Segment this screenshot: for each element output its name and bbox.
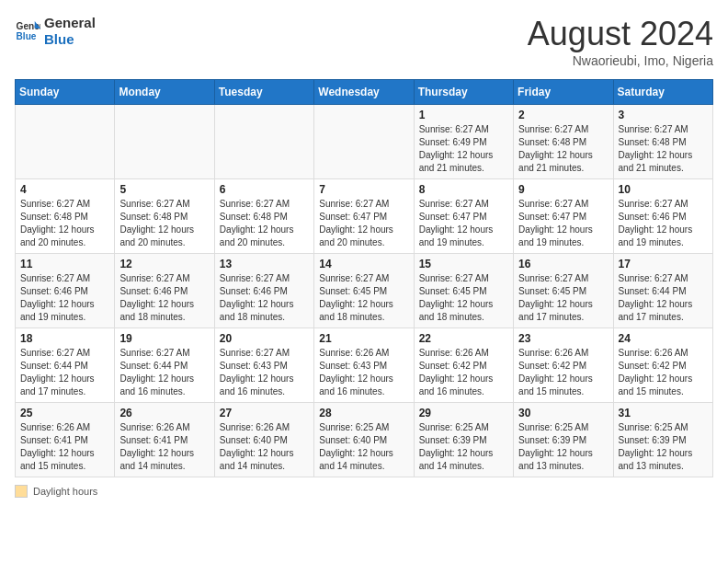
- day-number: 11: [20, 258, 109, 270]
- day-info: Sunrise: 6:27 AM Sunset: 6:45 PM Dayligh…: [419, 272, 508, 324]
- day-number: 22: [419, 332, 508, 345]
- header-cell-monday: Monday: [115, 80, 214, 105]
- day-number: 6: [220, 183, 309, 196]
- day-info: Sunrise: 6:27 AM Sunset: 6:48 PM Dayligh…: [220, 198, 309, 249]
- logo-text: General Blue: [44, 15, 96, 48]
- day-info: Sunrise: 6:27 AM Sunset: 6:44 PM Dayligh…: [619, 272, 708, 324]
- day-number: 17: [619, 258, 708, 270]
- day-info: Sunrise: 6:25 AM Sunset: 6:39 PM Dayligh…: [518, 421, 608, 473]
- footer: Daylight hours: [15, 485, 713, 498]
- day-number: 16: [518, 258, 608, 270]
- day-info: Sunrise: 6:27 AM Sunset: 6:46 PM Dayligh…: [20, 272, 109, 324]
- day-number: 8: [419, 183, 508, 196]
- day-number: 15: [419, 258, 508, 270]
- day-number: 19: [119, 332, 209, 345]
- day-info: Sunrise: 6:27 AM Sunset: 6:45 PM Dayligh…: [518, 272, 608, 324]
- day-info: Sunrise: 6:27 AM Sunset: 6:45 PM Dayligh…: [319, 272, 408, 324]
- day-number: 3: [619, 109, 708, 121]
- day-cell: [115, 105, 214, 179]
- day-cell: 16Sunrise: 6:27 AM Sunset: 6:45 PM Dayli…: [514, 254, 613, 328]
- day-info: Sunrise: 6:27 AM Sunset: 6:48 PM Dayligh…: [619, 123, 708, 175]
- day-info: Sunrise: 6:27 AM Sunset: 6:47 PM Dayligh…: [419, 198, 508, 249]
- day-info: Sunrise: 6:25 AM Sunset: 6:40 PM Dayligh…: [319, 421, 408, 473]
- day-info: Sunrise: 6:27 AM Sunset: 6:48 PM Dayligh…: [20, 198, 109, 249]
- day-cell: 22Sunrise: 6:26 AM Sunset: 6:42 PM Dayli…: [414, 328, 513, 403]
- header-cell-tuesday: Tuesday: [214, 80, 313, 105]
- day-info: Sunrise: 6:25 AM Sunset: 6:39 PM Dayligh…: [419, 421, 508, 473]
- day-number: 26: [119, 407, 209, 419]
- day-info: Sunrise: 6:27 AM Sunset: 6:46 PM Dayligh…: [119, 272, 209, 324]
- day-cell: 23Sunrise: 6:26 AM Sunset: 6:42 PM Dayli…: [514, 328, 613, 403]
- day-info: Sunrise: 6:26 AM Sunset: 6:42 PM Dayligh…: [518, 347, 608, 398]
- day-number: 5: [119, 183, 209, 196]
- svg-text:Blue: Blue: [17, 31, 37, 41]
- day-cell: 8Sunrise: 6:27 AM Sunset: 6:47 PM Daylig…: [414, 179, 513, 254]
- day-info: Sunrise: 6:27 AM Sunset: 6:47 PM Dayligh…: [319, 198, 408, 249]
- day-cell: 5Sunrise: 6:27 AM Sunset: 6:48 PM Daylig…: [115, 179, 214, 254]
- day-cell: 17Sunrise: 6:27 AM Sunset: 6:44 PM Dayli…: [613, 254, 712, 328]
- subtitle: Nwaorieubi, Imo, Nigeria: [528, 53, 713, 68]
- day-cell: 18Sunrise: 6:27 AM Sunset: 6:44 PM Dayli…: [16, 328, 115, 403]
- day-cell: 27Sunrise: 6:26 AM Sunset: 6:40 PM Dayli…: [214, 403, 313, 477]
- day-cell: 31Sunrise: 6:25 AM Sunset: 6:39 PM Dayli…: [613, 403, 712, 477]
- day-cell: 7Sunrise: 6:27 AM Sunset: 6:47 PM Daylig…: [314, 179, 414, 254]
- day-cell: 20Sunrise: 6:27 AM Sunset: 6:43 PM Dayli…: [214, 328, 313, 403]
- main-title: August 2024: [528, 15, 713, 53]
- day-cell: 13Sunrise: 6:27 AM Sunset: 6:46 PM Dayli…: [214, 254, 313, 328]
- calendar-body: 1Sunrise: 6:27 AM Sunset: 6:49 PM Daylig…: [16, 105, 713, 477]
- header-cell-sunday: Sunday: [16, 80, 115, 105]
- day-info: Sunrise: 6:25 AM Sunset: 6:39 PM Dayligh…: [619, 421, 708, 473]
- day-cell: 1Sunrise: 6:27 AM Sunset: 6:49 PM Daylig…: [414, 105, 513, 179]
- day-cell: 19Sunrise: 6:27 AM Sunset: 6:44 PM Dayli…: [115, 328, 214, 403]
- day-info: Sunrise: 6:27 AM Sunset: 6:48 PM Dayligh…: [518, 123, 608, 175]
- day-info: Sunrise: 6:26 AM Sunset: 6:40 PM Dayligh…: [220, 421, 309, 473]
- week-row-3: 18Sunrise: 6:27 AM Sunset: 6:44 PM Dayli…: [16, 328, 713, 403]
- day-cell: [314, 105, 414, 179]
- day-cell: 21Sunrise: 6:26 AM Sunset: 6:43 PM Dayli…: [314, 328, 414, 403]
- day-cell: 15Sunrise: 6:27 AM Sunset: 6:45 PM Dayli…: [414, 254, 513, 328]
- day-number: 18: [20, 332, 109, 345]
- day-number: 9: [518, 183, 608, 196]
- day-number: 28: [319, 407, 408, 419]
- calendar-table: SundayMondayTuesdayWednesdayThursdayFrid…: [15, 79, 713, 477]
- week-row-0: 1Sunrise: 6:27 AM Sunset: 6:49 PM Daylig…: [16, 105, 713, 179]
- header-cell-wednesday: Wednesday: [314, 80, 414, 105]
- header-cell-friday: Friday: [514, 80, 613, 105]
- day-number: 14: [319, 258, 408, 270]
- day-number: 20: [220, 332, 309, 345]
- week-row-2: 11Sunrise: 6:27 AM Sunset: 6:46 PM Dayli…: [16, 254, 713, 328]
- page-header: General Blue General Blue August 2024 Nw…: [15, 15, 713, 68]
- header-cell-thursday: Thursday: [414, 80, 513, 105]
- day-cell: 29Sunrise: 6:25 AM Sunset: 6:39 PM Dayli…: [414, 403, 513, 477]
- day-number: 7: [319, 183, 408, 196]
- daylight-label: Daylight hours: [33, 486, 97, 497]
- day-cell: 6Sunrise: 6:27 AM Sunset: 6:48 PM Daylig…: [214, 179, 313, 254]
- day-cell: 25Sunrise: 6:26 AM Sunset: 6:41 PM Dayli…: [16, 403, 115, 477]
- day-info: Sunrise: 6:26 AM Sunset: 6:43 PM Dayligh…: [319, 347, 408, 398]
- day-number: 10: [619, 183, 708, 196]
- day-info: Sunrise: 6:27 AM Sunset: 6:46 PM Dayligh…: [220, 272, 309, 324]
- day-number: 13: [220, 258, 309, 270]
- day-number: 2: [518, 109, 608, 121]
- week-row-4: 25Sunrise: 6:26 AM Sunset: 6:41 PM Dayli…: [16, 403, 713, 477]
- day-number: 30: [518, 407, 608, 419]
- day-cell: 24Sunrise: 6:26 AM Sunset: 6:42 PM Dayli…: [613, 328, 712, 403]
- day-cell: [214, 105, 313, 179]
- day-number: 29: [419, 407, 508, 419]
- day-info: Sunrise: 6:27 AM Sunset: 6:43 PM Dayligh…: [220, 347, 309, 398]
- title-block: August 2024 Nwaorieubi, Imo, Nigeria: [528, 15, 713, 68]
- day-info: Sunrise: 6:26 AM Sunset: 6:41 PM Dayligh…: [20, 421, 109, 473]
- logo-icon: General Blue: [15, 18, 40, 44]
- header-row: SundayMondayTuesdayWednesdayThursdayFrid…: [16, 80, 713, 105]
- day-number: 25: [20, 407, 109, 419]
- day-cell: 3Sunrise: 6:27 AM Sunset: 6:48 PM Daylig…: [613, 105, 712, 179]
- header-cell-saturday: Saturday: [613, 80, 712, 105]
- day-number: 4: [20, 183, 109, 196]
- day-info: Sunrise: 6:27 AM Sunset: 6:48 PM Dayligh…: [119, 198, 209, 249]
- daylight-box-icon: [15, 485, 28, 498]
- day-info: Sunrise: 6:27 AM Sunset: 6:47 PM Dayligh…: [518, 198, 608, 249]
- day-info: Sunrise: 6:27 AM Sunset: 6:44 PM Dayligh…: [119, 347, 209, 398]
- day-info: Sunrise: 6:27 AM Sunset: 6:44 PM Dayligh…: [20, 347, 109, 398]
- day-number: 23: [518, 332, 608, 345]
- day-cell: 28Sunrise: 6:25 AM Sunset: 6:40 PM Dayli…: [314, 403, 414, 477]
